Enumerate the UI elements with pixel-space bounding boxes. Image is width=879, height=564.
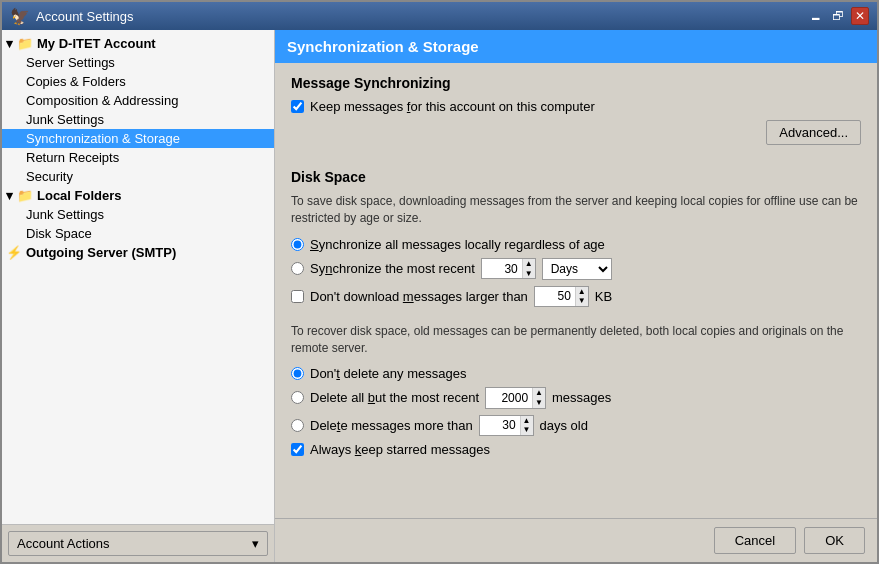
no-download-spinbox: 50 ▲ ▼: [534, 286, 589, 307]
sidebar-item-return-receipts[interactable]: Return Receipts: [2, 148, 274, 167]
folder-icon: 📁: [17, 36, 33, 51]
no-download-value-input[interactable]: 50: [535, 288, 575, 304]
delete-but-arrows: ▲ ▼: [532, 388, 545, 407]
no-download-row: Don't download messages larger than 50 ▲…: [291, 286, 861, 307]
sidebar-item-label: Copies & Folders: [26, 74, 126, 89]
sidebar-item-label: Disk Space: [26, 226, 92, 241]
panel-body: Message Synchronizing Keep messages for …: [275, 63, 877, 518]
keep-messages-label: Keep messages for this account on this c…: [310, 99, 595, 114]
sync-unit-select[interactable]: Days Weeks Months: [542, 258, 612, 280]
delete-more-up[interactable]: ▲: [521, 416, 533, 426]
sidebar-item-copies-folders[interactable]: Copies & Folders: [2, 72, 274, 91]
delete-more-down[interactable]: ▼: [521, 425, 533, 435]
message-sync-section: Message Synchronizing Keep messages for …: [291, 75, 861, 153]
window-title: Account Settings: [36, 9, 134, 24]
no-download-arrows: ▲ ▼: [575, 287, 588, 306]
keep-messages-row: Keep messages for this account on this c…: [291, 99, 861, 114]
sidebar-tree: ▾ 📁 My D-ITET Account Server Settings Co…: [2, 30, 274, 524]
sync-recent-label: Synchronize the most recent: [310, 261, 475, 276]
delete-more-value-input[interactable]: 30: [480, 417, 520, 433]
titlebar: 🦅 Account Settings 🗕 🗗 ✕: [2, 2, 877, 30]
sidebar-item-sync-storage[interactable]: Synchronization & Storage: [2, 129, 274, 148]
titlebar-controls: 🗕 🗗 ✕: [807, 7, 869, 25]
sidebar-item-junk-settings-local[interactable]: Junk Settings: [2, 205, 274, 224]
sidebar-item-label: Server Settings: [26, 55, 115, 70]
delete-more-label: Delete messages more than: [310, 418, 473, 433]
always-keep-row: Always keep starred messages: [291, 442, 861, 457]
sidebar-item-label: Outgoing Server (SMTP): [26, 245, 176, 260]
sidebar-item-composition-addressing[interactable]: Composition & Addressing: [2, 91, 274, 110]
sync-recent-radio[interactable]: [291, 262, 304, 275]
sidebar-item-label: Junk Settings: [26, 112, 104, 127]
sidebar-item-label: Security: [26, 169, 73, 184]
sidebar-item-label: Local Folders: [37, 188, 122, 203]
sidebar-item-disk-space[interactable]: Disk Space: [2, 224, 274, 243]
sync-value-down[interactable]: ▼: [523, 269, 535, 279]
sidebar-item-label: Synchronization & Storage: [26, 131, 180, 146]
delete-more-radio[interactable]: [291, 419, 304, 432]
titlebar-left: 🦅 Account Settings: [10, 7, 134, 26]
sidebar-item-server-settings[interactable]: Server Settings: [2, 53, 274, 72]
recover-disk-section: To recover disk space, old messages can …: [291, 323, 861, 457]
maximize-button[interactable]: 🗗: [829, 7, 847, 25]
delete-but-row: Delete all but the most recent 2000 ▲ ▼ …: [291, 387, 861, 408]
sync-all-radio[interactable]: [291, 238, 304, 251]
no-download-down[interactable]: ▼: [576, 296, 588, 306]
delete-but-value-input[interactable]: 2000: [486, 390, 532, 406]
panel-header: Synchronization & Storage: [275, 30, 877, 63]
no-download-up[interactable]: ▲: [576, 287, 588, 297]
sidebar-footer: Account Actions ▾: [2, 524, 274, 562]
dont-delete-label: Don't delete any messages: [310, 366, 466, 381]
no-download-label: Don't download messages larger than: [310, 289, 528, 304]
expand-icon: ▾: [6, 188, 13, 203]
disk-space-title: Disk Space: [291, 169, 861, 185]
keep-messages-checkbox[interactable]: [291, 100, 304, 113]
delete-but-unit: messages: [552, 390, 611, 405]
expand-icon: ▾: [6, 36, 13, 51]
sidebar-item-label: Composition & Addressing: [26, 93, 178, 108]
sidebar-item-my-d-itet-account[interactable]: ▾ 📁 My D-ITET Account: [2, 34, 274, 53]
account-actions-button[interactable]: Account Actions ▾: [8, 531, 268, 556]
sidebar-item-label: Return Receipts: [26, 150, 119, 165]
sync-value-input[interactable]: 30: [482, 261, 522, 277]
no-download-unit: KB: [595, 289, 612, 304]
app-icon: 🦅: [10, 7, 30, 26]
delete-more-arrows: ▲ ▼: [520, 416, 533, 435]
sidebar-item-label: Junk Settings: [26, 207, 104, 222]
lightning-icon: ⚡: [6, 245, 22, 260]
delete-more-row: Delete messages more than 30 ▲ ▼ days ol…: [291, 415, 861, 436]
delete-but-radio[interactable]: [291, 391, 304, 404]
always-keep-checkbox[interactable]: [291, 443, 304, 456]
sidebar-item-outgoing-smtp[interactable]: ⚡ Outgoing Server (SMTP): [2, 243, 274, 262]
delete-but-down[interactable]: ▼: [533, 398, 545, 408]
always-keep-label: Always keep starred messages: [310, 442, 490, 457]
sidebar-item-junk-settings-main[interactable]: Junk Settings: [2, 110, 274, 129]
cancel-button[interactable]: Cancel: [714, 527, 796, 554]
minimize-button[interactable]: 🗕: [807, 7, 825, 25]
account-actions-label: Account Actions: [17, 536, 110, 551]
folder-icon: 📁: [17, 188, 33, 203]
delete-but-spinbox: 2000 ▲ ▼: [485, 387, 546, 408]
sidebar-item-security[interactable]: Security: [2, 167, 274, 186]
close-button[interactable]: ✕: [851, 7, 869, 25]
delete-but-label: Delete all but the most recent: [310, 390, 479, 405]
sidebar-item-local-folders[interactable]: ▾ 📁 Local Folders: [2, 186, 274, 205]
dont-delete-radio[interactable]: [291, 367, 304, 380]
disk-space-section: Disk Space To save disk space, downloadi…: [291, 169, 861, 307]
panel-footer: Cancel OK: [275, 518, 877, 562]
delete-more-spinbox: 30 ▲ ▼: [479, 415, 534, 436]
recover-desc: To recover disk space, old messages can …: [291, 323, 861, 357]
dont-delete-row: Don't delete any messages: [291, 366, 861, 381]
content-area: ▾ 📁 My D-ITET Account Server Settings Co…: [2, 30, 877, 562]
sync-all-row: Synchronize all messages locally regardl…: [291, 237, 861, 252]
sync-value-spinbox: 30 ▲ ▼: [481, 258, 536, 279]
disk-space-desc: To save disk space, downloading messages…: [291, 193, 861, 227]
no-download-checkbox[interactable]: [291, 290, 304, 303]
ok-button[interactable]: OK: [804, 527, 865, 554]
delete-but-up[interactable]: ▲: [533, 388, 545, 398]
dropdown-icon: ▾: [252, 536, 259, 551]
sync-all-label: Synchronize all messages locally regardl…: [310, 237, 605, 252]
main-panel: Synchronization & Storage Message Synchr…: [275, 30, 877, 562]
advanced-button[interactable]: Advanced...: [766, 120, 861, 145]
sync-value-up[interactable]: ▲: [523, 259, 535, 269]
